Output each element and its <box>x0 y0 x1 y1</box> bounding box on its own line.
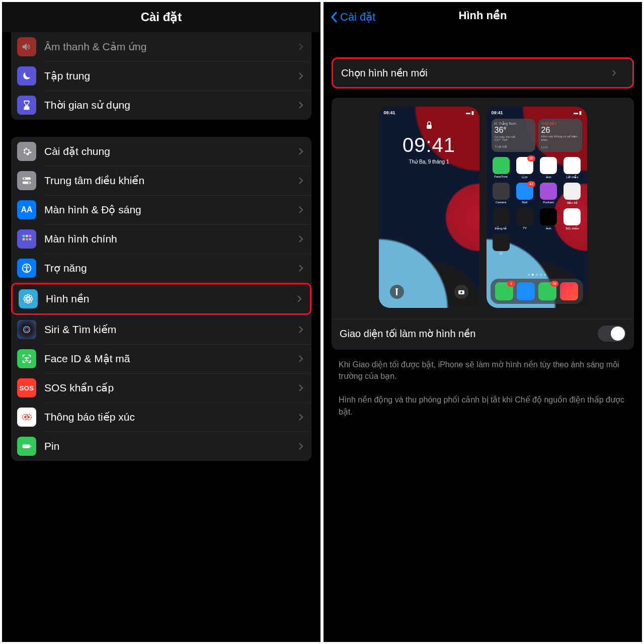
chevron-right-icon <box>298 355 303 363</box>
sound-icon <box>17 37 36 56</box>
row-battery[interactable]: Pin <box>11 432 311 461</box>
row-control-center[interactable]: Trung tâm điều khiển <box>11 166 311 195</box>
dim-wallpaper-row: Giao diện tối làm mờ hình nền <box>332 319 634 348</box>
row-label: Màn hình chính <box>44 233 298 245</box>
row-label: Face ID & Mật mã <box>44 353 298 365</box>
chevron-right-icon <box>298 72 303 80</box>
row-home-screen[interactable]: Màn hình chính <box>11 224 311 254</box>
chevron-right-icon <box>298 235 303 243</box>
lockscreen-preview[interactable]: 09:41▬ ▮ 09:41 Thứ Ba, 9 tháng 1 <box>379 107 479 308</box>
svg-point-19 <box>25 300 27 302</box>
svg-point-1 <box>24 178 26 180</box>
settings-title: Cài đặt <box>2 2 320 32</box>
back-label: Cài đặt <box>340 11 375 24</box>
chevron-right-icon <box>298 442 303 450</box>
dim-wallpaper-label: Giao diện tối làm mờ hình nền <box>340 328 475 340</box>
lock-icon <box>426 121 433 132</box>
svg-point-23 <box>25 358 26 358</box>
svg-rect-31 <box>427 125 432 129</box>
row-label: Thời gian sử dụng <box>44 99 298 111</box>
chevron-right-icon <box>298 413 303 421</box>
dim-wallpaper-toggle[interactable] <box>598 326 626 342</box>
svg-point-28 <box>27 416 30 419</box>
svg-point-20 <box>29 300 32 302</box>
chevron-right-icon <box>298 206 303 214</box>
app-grid: FaceTime26LịchẢnhLời nhắc Camera43MailPo… <box>492 157 582 259</box>
weather-widget: H. Trảng Bom 36° Có mây Vài nơi C37° T24… <box>492 119 535 152</box>
wallpaper-title: Hình nền <box>459 9 507 22</box>
svg-rect-9 <box>29 238 32 240</box>
row-exposure[interactable]: Thông báo tiếp xúc <box>11 403 311 432</box>
chevron-right-icon <box>612 69 616 76</box>
wallpaper-previews: 09:41▬ ▮ 09:41 Thứ Ba, 9 tháng 1 09:41▬ … <box>332 98 634 350</box>
svg-point-33 <box>460 291 462 293</box>
row-sos[interactable]: SOS SOS khẩn cấp <box>11 373 311 403</box>
svg-point-18 <box>29 295 32 298</box>
row-accessibility[interactable]: Trợ năng <box>11 254 311 283</box>
display-icon: AA <box>17 200 36 219</box>
svg-point-24 <box>28 358 28 358</box>
svg-rect-7 <box>23 238 25 240</box>
chevron-right-icon <box>298 264 303 272</box>
svg-point-12 <box>27 297 30 300</box>
chevron-right-icon <box>298 177 303 185</box>
homescreen-preview[interactable]: 09:41▬ ▮ H. Trảng Bom 36° Có mây Vài nơi… <box>487 107 587 308</box>
lockscreen-date: Thứ Ba, 9 tháng 1 <box>396 159 462 165</box>
svg-rect-4 <box>23 235 25 237</box>
switches-icon <box>17 171 36 190</box>
row-siri[interactable]: Siri & Tìm kiếm <box>11 315 311 344</box>
chevron-right-icon <box>297 295 302 303</box>
svg-point-21 <box>24 327 30 333</box>
svg-rect-30 <box>30 445 31 447</box>
back-button[interactable]: Cài đặt <box>331 11 375 24</box>
choose-wallpaper-label: Chọn hình nền mới <box>341 67 428 79</box>
svg-rect-8 <box>26 238 28 240</box>
svg-point-11 <box>26 265 27 267</box>
row-label: Màn hình & Độ sáng <box>44 204 298 216</box>
accessibility-icon <box>17 259 36 278</box>
gear-icon <box>17 142 36 161</box>
row-label: Cài đặt chung <box>44 145 298 157</box>
row-label: Trung tâm điều khiển <box>44 175 298 187</box>
settings-panel: Cài đặt Âm thanh & Cảm ứng Tập trung <box>2 2 320 642</box>
description-2: Hình nền động và thu phóng phối cảnh bị … <box>339 394 627 417</box>
calendar-widget: THỨ BẢY 26 Hôm nay không có sự kiện khác… <box>538 119 582 152</box>
sos-icon: SOS <box>17 378 36 397</box>
row-label: Tập trung <box>44 70 298 82</box>
row-focus[interactable]: Tập trung <box>11 61 311 91</box>
row-label: SOS khẩn cấp <box>44 382 298 394</box>
description-1: Khi Giao diện tối được bật, iPhone sẽ là… <box>339 359 627 382</box>
settings-group-1: Âm thanh & Cảm ứng Tập trung Thời gian s… <box>11 32 311 120</box>
choose-wallpaper-group: Chọn hình nền mới <box>332 57 634 89</box>
row-faceid[interactable]: Face ID & Mật mã <box>11 344 311 373</box>
moon-icon <box>17 66 36 86</box>
dock: 138 <box>491 279 583 304</box>
faceid-icon <box>17 349 36 368</box>
row-display[interactable]: AA Màn hình & Độ sáng <box>11 195 311 224</box>
row-screentime[interactable]: Thời gian sử dụng <box>11 91 311 120</box>
chevron-right-icon <box>298 147 303 155</box>
chevron-right-icon <box>298 43 303 51</box>
row-label: Siri & Tìm kiếm <box>44 324 298 336</box>
svg-point-17 <box>25 295 27 298</box>
settings-group-2: Cài đặt chung Trung tâm điều khiển AA Mà… <box>11 137 311 461</box>
row-wallpaper[interactable]: Hình nền <box>11 283 311 315</box>
row-label: Âm thanh & Cảm ứng <box>44 41 298 53</box>
chevron-right-icon <box>298 101 303 109</box>
wallpaper-icon <box>19 289 38 308</box>
chevron-right-icon <box>298 384 303 392</box>
lockscreen-time: 09:41 <box>403 134 455 156</box>
wallpaper-panel: Cài đặt Hình nền Chọn hình nền mới 09:41… <box>324 2 642 642</box>
camera-button <box>454 285 468 299</box>
svg-rect-29 <box>23 444 30 448</box>
svg-point-22 <box>25 328 28 331</box>
row-sound[interactable]: Âm thanh & Cảm ứng <box>11 32 311 61</box>
row-general[interactable]: Cài đặt chung <box>11 137 311 166</box>
row-label: Trợ năng <box>44 262 298 274</box>
svg-rect-5 <box>26 235 28 237</box>
row-label: Pin <box>44 440 298 452</box>
siri-icon <box>17 320 36 339</box>
hourglass-icon <box>17 96 36 115</box>
svg-point-3 <box>28 182 30 184</box>
choose-wallpaper-button[interactable]: Chọn hình nền mới <box>333 59 632 87</box>
